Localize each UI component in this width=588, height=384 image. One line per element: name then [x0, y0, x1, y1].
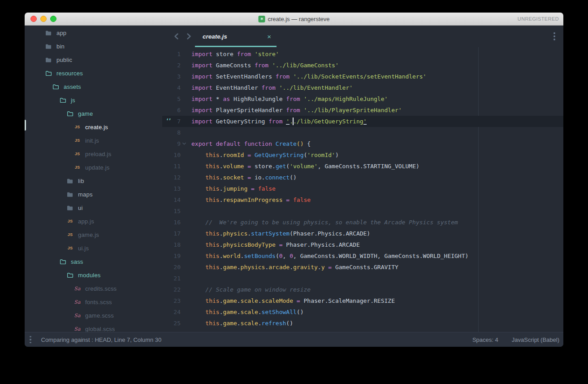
code-text: this.physicsBodyType = Phaser.Physics.AR…	[191, 239, 563, 250]
code-line-6[interactable]: 6import PlayerSpriteHandler from '../lib…	[162, 105, 563, 116]
code-line-12[interactable]: 12 this.socket = io.connect()	[162, 172, 563, 183]
code-line-3[interactable]: 3import SetEventHandlers from '../lib/So…	[162, 71, 563, 82]
tree-item-create-js[interactable]: JScreate.js	[25, 120, 162, 134]
tab-create-js[interactable]: create.js ×	[195, 26, 277, 47]
code-line-22[interactable]: 22 // Scale game on window resize	[162, 284, 563, 295]
folder-closed-icon	[66, 192, 74, 197]
code-line-15[interactable]: 15	[162, 205, 563, 217]
code-line-24[interactable]: 24 this.game.scale.setShowAll()	[162, 306, 563, 318]
syntax-selector[interactable]: JavaScript (Babel)	[512, 336, 559, 343]
code-line-1[interactable]: 1import store from 'store'	[162, 48, 563, 60]
code-line-8[interactable]: 8	[162, 127, 563, 138]
back-button[interactable]	[173, 33, 179, 40]
tree-item-public[interactable]: public	[25, 53, 162, 66]
tree-item-assets[interactable]: assets	[25, 80, 162, 93]
file-tree: appbinpublicresourcesassetsjsgameJScreat…	[25, 26, 162, 332]
code-lines: 1import store from 'store'2import GameCo…	[162, 48, 563, 329]
js-icon: JS	[66, 232, 74, 237]
tree-item-label: modules	[78, 272, 101, 279]
tab-overflow-menu-button[interactable]	[553, 32, 555, 40]
tree-item-game[interactable]: game	[25, 107, 162, 120]
zoom-window-button[interactable]	[50, 16, 56, 22]
gutter: 25	[162, 318, 181, 329]
code-line-4[interactable]: 4import EventHandler from '../lib/EventH…	[162, 82, 563, 93]
minimize-window-button[interactable]	[40, 16, 47, 22]
gutter: 12	[162, 172, 181, 183]
gutter: 13	[162, 183, 181, 194]
gutter: ‘’7	[162, 116, 181, 127]
fold-arrow-icon[interactable]	[182, 142, 186, 145]
fold-column	[181, 239, 191, 250]
code-line-21[interactable]: 21	[162, 273, 563, 284]
code-editor[interactable]: 1import store from 'store'2import GameCo…	[162, 47, 563, 332]
tree-item-lib[interactable]: lib	[25, 174, 162, 188]
tree-item-js[interactable]: js	[25, 93, 162, 107]
tree-item-update-js[interactable]: JSupdate.js	[25, 161, 162, 174]
line-number: 12	[173, 174, 181, 181]
folder-closed-icon	[66, 205, 74, 211]
tree-item-bin[interactable]: bin	[25, 39, 162, 53]
code-text: // Scale game on window resize	[191, 284, 563, 295]
tree-item-ui-js[interactable]: JSui.js	[25, 241, 162, 255]
tree-item-preload-js[interactable]: JSpreload.js	[25, 147, 162, 161]
tree-item-modules[interactable]: modules	[25, 268, 162, 282]
code-line-13[interactable]: 13 this.jumping = false	[162, 183, 563, 194]
fold-column	[181, 161, 191, 172]
tree-item-game-js[interactable]: JSgame.js	[25, 228, 162, 241]
tree-item-maps[interactable]: maps	[25, 188, 162, 201]
line-number: 3	[177, 73, 181, 80]
sass-icon: Sa	[74, 313, 81, 319]
line-number: 1	[177, 51, 181, 57]
tree-item-label: js	[71, 97, 75, 104]
js-icon: JS	[74, 125, 81, 129]
line-number: 19	[173, 253, 181, 259]
tree-item-init-js[interactable]: JSinit.js	[25, 134, 162, 147]
gutter: 2	[162, 60, 181, 71]
close-window-button[interactable]	[30, 16, 37, 22]
code-line-23[interactable]: 23 this.game.scale.scaleMode = Phaser.Sc…	[162, 295, 563, 306]
code-line-17[interactable]: 17 this.physics.startSystem(Phaser.Physi…	[162, 228, 563, 239]
line-number: 22	[173, 286, 181, 293]
gutter: 1	[162, 48, 181, 60]
status-menu-button[interactable]	[30, 336, 31, 344]
line-number: 14	[173, 196, 181, 203]
code-line-16[interactable]: 16 // We're going to be using physics, s…	[162, 217, 563, 228]
tree-item-fonts-scss[interactable]: Safonts.scss	[25, 295, 162, 309]
tree-item-label: bin	[56, 43, 65, 50]
code-line-10[interactable]: 10 this.roomId = GetQueryString('roomId'…	[162, 149, 563, 161]
tree-item-sass[interactable]: sass	[25, 255, 162, 268]
tree-item-ui[interactable]: ui	[25, 201, 162, 214]
tree-item-label: lib	[78, 178, 84, 184]
folder-closed-icon	[45, 44, 52, 49]
indentation-setting[interactable]: Spaces: 4	[472, 336, 498, 343]
line-number: 4	[177, 84, 181, 91]
line-number: 9	[177, 140, 181, 147]
code-line-14[interactable]: 14 this.respawnInProgress = false	[162, 194, 563, 205]
tree-item-app[interactable]: app	[25, 26, 162, 39]
status-right-group: Spaces: 4 JavaScript (Babel)	[472, 336, 563, 343]
code-line-11[interactable]: 11 this.volume = store.get('volume', Gam…	[162, 161, 563, 172]
tree-item-credits-scss[interactable]: Sacredits.scss	[25, 282, 162, 295]
code-line-9[interactable]: 9export default function Create() {	[162, 138, 563, 149]
code-line-18[interactable]: 18 this.physicsBodyType = Phaser.Physics…	[162, 239, 563, 250]
code-line-2[interactable]: 2import GameConsts from '../lib/GameCons…	[162, 60, 563, 71]
code-line-7[interactable]: ‘’7import GetQueryString from '../lib/Ge…	[162, 116, 563, 127]
code-text: this.volume = store.get('volume', GameCo…	[191, 161, 563, 172]
fold-column	[181, 273, 191, 284]
tree-item-app-js[interactable]: JSapp.js	[25, 214, 162, 228]
tab-close-icon[interactable]: ×	[267, 33, 271, 40]
line-number: 18	[173, 241, 181, 248]
js-icon: JS	[66, 219, 74, 223]
line-number: 23	[173, 297, 181, 304]
code-line-20[interactable]: 20 this.game.physics.arcade.gravity.y = …	[162, 262, 563, 273]
code-line-19[interactable]: 19 this.world.setBounds(0, 0, GameConsts…	[162, 250, 563, 262]
tree-item-global-scss[interactable]: Saglobal.scss	[25, 322, 162, 332]
code-line-25[interactable]: 25 this.game.scale.refresh()	[162, 318, 563, 329]
forward-button[interactable]	[186, 33, 192, 40]
code-line-5[interactable]: 5import * as HighRuleJungle from '../map…	[162, 93, 563, 105]
gutter: 21	[162, 273, 181, 284]
status-bar: Comparing against : HEAD, Line 7, Column…	[25, 332, 563, 347]
fold-column	[181, 48, 191, 60]
tree-item-game-scss[interactable]: Sagame.scss	[25, 309, 162, 322]
tree-item-resources[interactable]: resources	[25, 66, 162, 80]
